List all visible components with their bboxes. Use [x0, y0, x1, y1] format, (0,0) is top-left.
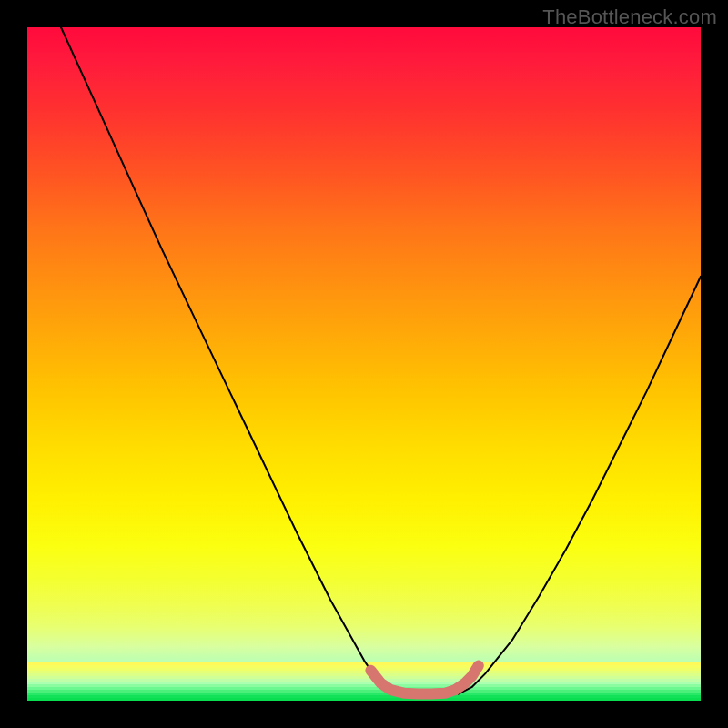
watermark-text: TheBottleneck.com — [542, 5, 717, 29]
series-left-branch — [61, 27, 401, 694]
series-right-branch — [459, 277, 701, 694]
series-valley-highlight — [370, 666, 478, 694]
chart-plot-area — [27, 27, 701, 701]
chart-svg — [27, 27, 701, 701]
